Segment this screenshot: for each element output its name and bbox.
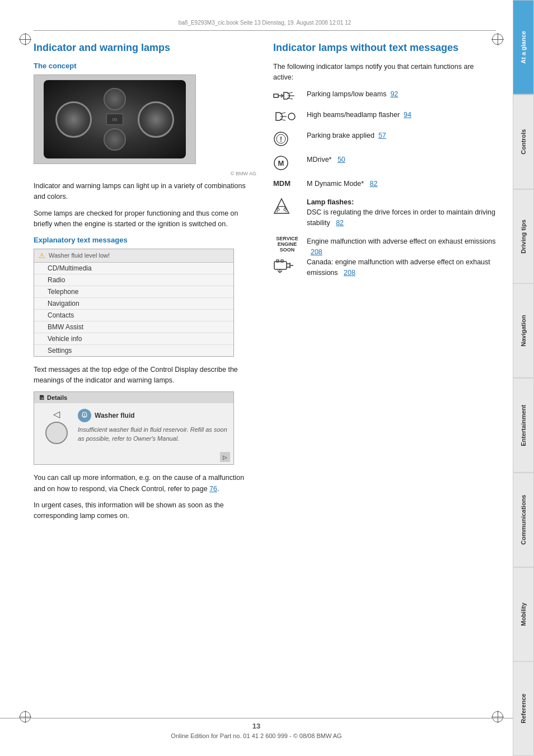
menu-item-navigation[interactable]: Navigation	[34, 298, 233, 310]
link-mdrive[interactable]: 50	[338, 156, 345, 164]
indicator-high-beams: High beams/headlamp flasher 94	[273, 110, 496, 123]
mdm-text: M Dynamic Mode* 82	[307, 179, 496, 189]
dsc-lamp-flashes: Lamp flashes:	[307, 198, 354, 206]
cluster-inner: 00	[44, 80, 185, 158]
tab-controls[interactable]: Controls	[513, 95, 534, 189]
gauge-left	[55, 101, 92, 138]
details-gauge-icon	[45, 422, 68, 444]
gauge-center-top	[104, 88, 126, 110]
mdm-text-icon: MDM	[273, 179, 291, 188]
svg-text:!: !	[280, 136, 282, 143]
menu-item-cd[interactable]: CD/Multimedia	[34, 263, 233, 274]
page-number: 13	[0, 722, 513, 730]
parking-lamps-text: Parking lamps/low beams 92	[307, 89, 496, 100]
svg-rect-22	[274, 262, 287, 269]
menu-item-telephone[interactable]: Telephone	[34, 286, 233, 298]
high-beams-icon	[273, 110, 301, 123]
cluster-caption: © BMW AG	[34, 171, 256, 176]
menu-box-header: ⚠ Washer fluid level low!	[34, 249, 233, 263]
tab-mobility[interactable]: Mobility	[513, 567, 534, 662]
details-left-panel: ◁	[40, 409, 73, 444]
link-high-beams[interactable]: 94	[404, 111, 411, 119]
indicator-mdm: MDM M Dynamic Mode* 82	[273, 179, 496, 189]
details-description: Insufficient washer fluid in fluid reser…	[78, 426, 228, 443]
reg-mark-tr	[492, 34, 503, 45]
details-arrow-bottom: ▷	[34, 450, 233, 464]
parking-brake-icon: !	[273, 130, 301, 147]
svg-line-31	[280, 270, 282, 273]
main-content: ba8_E9293M3_cic.book Seite 13 Dienstag, …	[0, 0, 513, 756]
dsc-icon	[273, 197, 301, 216]
concept-body1: Indicator and warning lamps can light up…	[34, 181, 256, 203]
washer-fluid-icon	[78, 409, 91, 422]
center-display: 00	[106, 114, 123, 125]
link-page76[interactable]: 76	[209, 485, 217, 493]
engine-malfunction-icon	[273, 257, 294, 274]
details-header: 🖹 Details	[34, 392, 233, 403]
indicator-parking-brake: ! Parking brake applied 57	[273, 130, 496, 147]
reg-mark-tl	[20, 34, 31, 45]
svg-text:M: M	[278, 159, 284, 167]
tab-navigation[interactable]: Navigation	[513, 283, 534, 378]
link-parking-brake[interactable]: 57	[378, 132, 386, 139]
tab-driving-tips[interactable]: Driving tips	[513, 189, 534, 284]
details-box: 🖹 Details ◁	[34, 391, 234, 465]
dsc-text: Lamp flashes: DSC is regulating the driv…	[307, 197, 496, 228]
right-column: Indicator lamps without text messages Th…	[273, 42, 496, 528]
page-wrapper: At a glance Controls Driving tips Naviga…	[0, 0, 534, 756]
link-mdm[interactable]: 82	[370, 180, 378, 188]
link-service-engine1[interactable]: 208	[311, 248, 322, 256]
gauge-center-bottom	[104, 128, 126, 151]
details-title: Details	[47, 394, 67, 401]
menu-item-contacts[interactable]: Contacts	[34, 310, 233, 321]
washer-icon-row: Washer fluid	[78, 409, 228, 422]
svg-point-11	[288, 113, 295, 120]
svg-rect-1	[274, 94, 278, 97]
tab-reference[interactable]: Reference	[513, 661, 534, 756]
tab-communications[interactable]: Communications	[513, 473, 534, 567]
menu-item-bmw-assist[interactable]: BMW Assist	[34, 321, 233, 333]
service-engine-text: Engine malfunction with adverse effect o…	[307, 236, 496, 278]
mdrive-text: MDrive* 50	[307, 155, 496, 165]
right-intro: The following indicator lamps notify you…	[273, 62, 496, 83]
explanatory-title: Explanatory text messages	[34, 236, 256, 244]
file-header: ba8_E9293M3_cic.book Seite 13 Dienstag, …	[34, 11, 496, 31]
left-column: Indicator and warning lamps The concept …	[34, 42, 256, 528]
details-forward-arrow[interactable]: ▷	[220, 452, 230, 462]
gauge-right	[138, 101, 174, 138]
right-title: Indicator lamps without text messages	[273, 42, 496, 54]
two-column-layout: Indicator and warning lamps The concept …	[34, 42, 496, 528]
svg-marker-17	[274, 199, 289, 213]
menu-box: ⚠ Washer fluid level low! CD/Multimedia …	[34, 249, 234, 357]
body5: In urgent cases, this information will b…	[34, 500, 256, 522]
indicator-parking-lamps: Parking lamps/low beams 92	[273, 89, 496, 102]
menu-item-settings[interactable]: Settings	[34, 345, 233, 356]
warning-triangle-icon: ⚠	[39, 251, 45, 260]
tab-at-a-glance[interactable]: At a glance	[513, 0, 534, 95]
concept-title: The concept	[34, 62, 256, 70]
menu-box-title: Washer fluid level low!	[49, 252, 110, 259]
details-icon: 🖹	[39, 394, 45, 401]
mdrive-icon: M	[273, 155, 301, 171]
indicator-service-engine: SERVICEENGINESOON	[273, 236, 496, 278]
washer-fluid-label: Washer fluid	[95, 412, 135, 419]
tab-entertainment[interactable]: Entertainment	[513, 378, 534, 473]
footer-text: Online Edition for Part no. 01 41 2 600 …	[0, 732, 513, 739]
svg-line-30	[278, 270, 280, 273]
link-service-engine2[interactable]: 208	[344, 269, 355, 277]
indicator-dsc: Lamp flashes: DSC is regulating the driv…	[273, 197, 496, 228]
indicator-mdrive: M MDrive* 50	[273, 155, 496, 171]
parking-brake-text: Parking brake applied 57	[307, 130, 496, 141]
concept-body2: Some lamps are checked for proper functi…	[34, 208, 256, 230]
service-engine-soon-text: SERVICEENGINESOON	[273, 236, 301, 253]
svg-point-18	[277, 208, 279, 211]
menu-item-vehicle-info[interactable]: Vehicle info	[34, 333, 233, 345]
menu-item-radio[interactable]: Radio	[34, 274, 233, 286]
page-footer: 13 Online Edition for Part no. 01 41 2 6…	[0, 718, 513, 739]
mdm-icon: MDM	[273, 179, 301, 188]
link-parking-lamps[interactable]: 92	[390, 90, 398, 98]
link-dsc[interactable]: 82	[336, 219, 344, 227]
parking-lamps-icon	[273, 89, 301, 102]
side-tabs: At a glance Controls Driving tips Naviga…	[513, 0, 534, 756]
details-back-arrow[interactable]: ◁	[53, 409, 60, 419]
